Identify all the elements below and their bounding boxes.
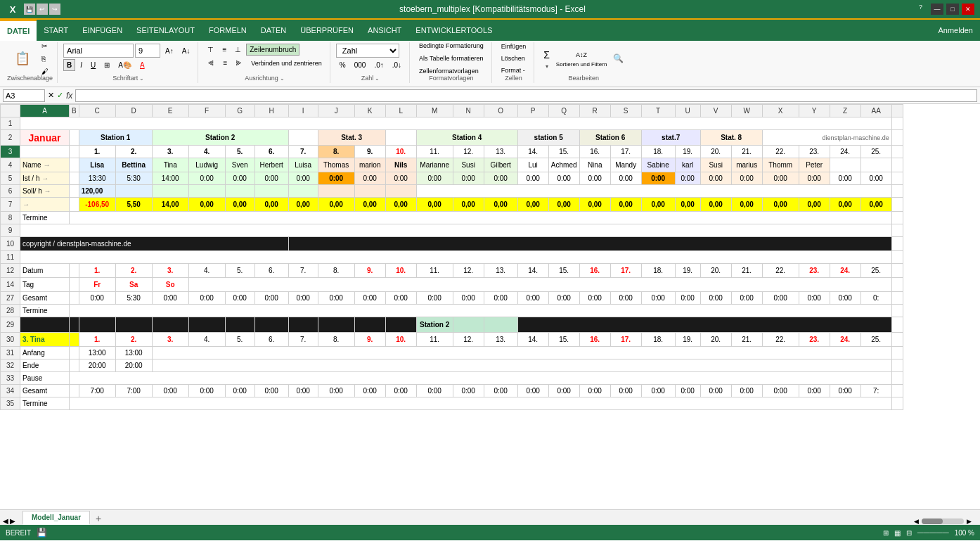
cell-t2[interactable]: stat.7 bbox=[641, 130, 700, 146]
cell-a2[interactable]: Januar bbox=[20, 130, 70, 146]
bold-btn[interactable]: B bbox=[63, 59, 75, 71]
cell-v12[interactable]: 20. bbox=[700, 264, 731, 278]
col-header-f[interactable]: F bbox=[188, 105, 225, 117]
cell-e4[interactable]: Tina bbox=[152, 158, 188, 172]
cell-r4[interactable]: Nina bbox=[579, 158, 610, 172]
cell-e12[interactable]: 3. bbox=[152, 264, 188, 278]
cell-o34[interactable]: 0:00 bbox=[484, 385, 517, 397]
cell-aa12[interactable]: 25. bbox=[860, 264, 891, 278]
cell-j12[interactable]: 8. bbox=[318, 264, 354, 278]
cell-g6[interactable] bbox=[225, 185, 254, 198]
cell-x7[interactable]: 0,00 bbox=[762, 198, 799, 212]
menu-ueberpruefen[interactable]: ÜBERPRÜFEN bbox=[293, 20, 361, 41]
cell-d27[interactable]: 5:30 bbox=[115, 292, 152, 305]
cell-n34[interactable]: 0:00 bbox=[453, 385, 484, 397]
cell-aa5[interactable]: 0:00 bbox=[860, 172, 891, 185]
col-header-d[interactable]: D bbox=[115, 105, 152, 117]
cell-t30[interactable]: 18. bbox=[641, 333, 675, 347]
cell-u27[interactable]: 0:00 bbox=[675, 292, 700, 305]
col-header-c[interactable]: C bbox=[79, 105, 115, 117]
cancel-formula-btn[interactable]: ✕ bbox=[48, 91, 54, 100]
cell-z7[interactable]: 0,00 bbox=[830, 198, 860, 212]
cell-c5[interactable]: 13:30 bbox=[79, 172, 115, 185]
cell-s4[interactable]: Mandy bbox=[610, 158, 641, 172]
cell-m4[interactable]: Marianne bbox=[416, 158, 453, 172]
cell-y3[interactable]: 23. bbox=[799, 146, 830, 158]
cell-c34[interactable]: 7:00 bbox=[79, 385, 115, 397]
cell-n30[interactable]: 12. bbox=[453, 333, 484, 347]
increase-decimal-btn[interactable]: .0↑ bbox=[370, 59, 387, 71]
cell-m2[interactable]: Station 4 bbox=[416, 130, 517, 146]
cell-x30[interactable]: 22. bbox=[762, 333, 799, 347]
cell-v27[interactable]: 0:00 bbox=[700, 292, 731, 305]
col-header-h[interactable]: H bbox=[254, 105, 288, 117]
cell-o7[interactable]: 0,00 bbox=[484, 198, 517, 212]
cell-x4[interactable]: Thomm bbox=[762, 158, 799, 172]
cell-a27[interactable]: Gesamt bbox=[20, 292, 70, 305]
cell-n5[interactable]: 0:00 bbox=[453, 172, 484, 185]
cell-u30[interactable]: 19. bbox=[675, 333, 700, 347]
cell-d30[interactable]: 2. bbox=[115, 333, 152, 347]
cell-j34[interactable]: 0:00 bbox=[318, 385, 354, 397]
cell-l6[interactable] bbox=[385, 185, 416, 198]
cell-f30[interactable]: 4. bbox=[188, 333, 225, 347]
cell-g29[interactable] bbox=[225, 317, 254, 333]
conditional-format-btn[interactable]: Bedingte Formatierung bbox=[415, 40, 487, 51]
sheet-scroll-right-btn[interactable]: ▶ bbox=[10, 517, 15, 525]
cell-p27[interactable]: 0:00 bbox=[517, 292, 548, 305]
cell-i7[interactable]: 0,00 bbox=[288, 198, 318, 212]
cell-l7[interactable]: 0,00 bbox=[385, 198, 416, 212]
find-select-btn[interactable]: 🔍 bbox=[610, 51, 627, 65]
undo-btn[interactable]: ↩ bbox=[37, 4, 48, 15]
scrollbar-thumb[interactable] bbox=[922, 518, 943, 524]
sheet-scroll-left-btn[interactable]: ◀ bbox=[3, 517, 8, 525]
cell-j27[interactable]: 0:00 bbox=[318, 292, 354, 305]
cell-y27[interactable]: 0:00 bbox=[799, 292, 830, 305]
cell-l34[interactable]: 0:00 bbox=[385, 385, 416, 397]
col-header-i[interactable]: I bbox=[288, 105, 318, 117]
cell-reference-box[interactable]: A3 bbox=[3, 89, 45, 102]
cell-w7[interactable]: 0,00 bbox=[731, 198, 762, 212]
cell-m7[interactable]: 0,00 bbox=[416, 198, 453, 212]
cell-v34[interactable]: 0:00 bbox=[700, 385, 731, 397]
col-header-v[interactable]: V bbox=[700, 105, 731, 117]
cell-a7[interactable]: → bbox=[20, 198, 70, 212]
cell-d12[interactable]: 2. bbox=[115, 264, 152, 278]
as-table-btn[interactable]: Als Tabelle formatieren bbox=[415, 53, 487, 64]
cell-z4[interactable] bbox=[830, 158, 860, 172]
cell-i4[interactable]: Luisa bbox=[288, 158, 318, 172]
cell-o29[interactable] bbox=[484, 317, 517, 333]
cell-c7[interactable]: -106,50 bbox=[79, 198, 115, 212]
cell-l3[interactable]: 10. bbox=[385, 146, 416, 158]
cell-k6[interactable] bbox=[354, 185, 385, 198]
cell-g3[interactable]: 5. bbox=[225, 146, 254, 158]
copy-btn[interactable]: ⎘ bbox=[38, 53, 52, 65]
cell-j5[interactable]: 0:00 bbox=[318, 172, 354, 185]
menu-entwicklertools[interactable]: ENTWICKLERTOOLS bbox=[408, 20, 499, 41]
cell-a31[interactable]: Anfang bbox=[20, 347, 70, 359]
row-header-4[interactable]: 4 bbox=[1, 158, 20, 172]
cell-s5[interactable]: 0:00 bbox=[610, 172, 641, 185]
cell-i2[interactable] bbox=[288, 130, 318, 146]
cell-c3[interactable]: 1. bbox=[79, 146, 115, 158]
cell-w4[interactable]: marius bbox=[731, 158, 762, 172]
italic-btn[interactable]: I bbox=[77, 59, 86, 71]
cell-q7[interactable]: 0,00 bbox=[548, 198, 579, 212]
menu-seitenlayout[interactable]: SEITENLAYOUT bbox=[129, 20, 202, 41]
cell-r5[interactable]: 0:00 bbox=[579, 172, 610, 185]
cell-h7[interactable]: 0,00 bbox=[254, 198, 288, 212]
cell-a4[interactable]: Name → bbox=[20, 158, 70, 172]
cell-r27[interactable]: 0:00 bbox=[579, 292, 610, 305]
col-header-p[interactable]: P bbox=[517, 105, 548, 117]
cell-l30[interactable]: 10. bbox=[385, 333, 416, 347]
cell-g30[interactable]: 5. bbox=[225, 333, 254, 347]
cell-z5[interactable]: 0:00 bbox=[830, 172, 860, 185]
cell-w12[interactable]: 21. bbox=[731, 264, 762, 278]
cell-l2[interactable] bbox=[385, 130, 416, 146]
number-format-select[interactable]: Zahl bbox=[336, 44, 399, 58]
cell-j2[interactable]: Stat. 3 bbox=[318, 130, 385, 146]
cell-m6[interactable] bbox=[416, 185, 891, 198]
close-btn[interactable]: ✕ bbox=[962, 4, 974, 15]
cell-aa4[interactable] bbox=[860, 158, 891, 172]
cell-h4[interactable]: Herbert bbox=[254, 158, 288, 172]
